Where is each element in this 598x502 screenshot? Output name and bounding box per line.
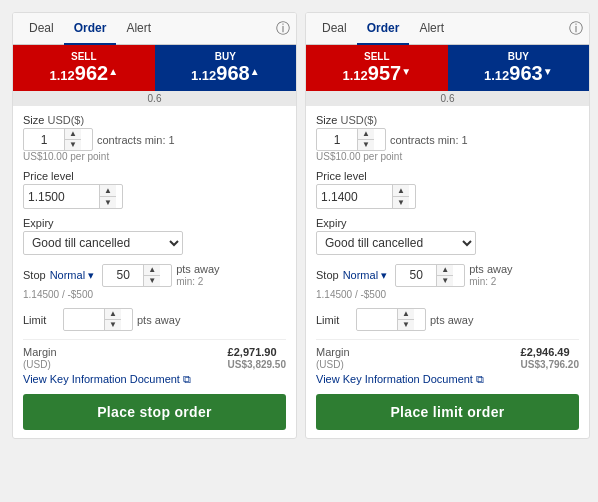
price-level-inline: ▲ ▼ [316, 184, 579, 209]
price-level-input[interactable] [317, 187, 392, 207]
spread-bar: 0.6 [13, 91, 296, 106]
panel-left: DealOrderAlertⓘSELL 1.12962▲BUY 1.12968▲… [12, 12, 297, 439]
external-link-icon: ⧉ [183, 373, 191, 386]
price-level-increment[interactable]: ▲ [393, 185, 409, 197]
doc-link[interactable]: View Key Information Document ⧉ [23, 373, 191, 386]
limit-input[interactable] [64, 310, 104, 330]
size-inline: ▲ ▼ contracts min: 1 [23, 128, 286, 151]
stop-increment[interactable]: ▲ [437, 265, 453, 276]
stop-row: Stop Normal ▾ ▲ ▼ pts awaymin: 2 1.14500… [23, 263, 286, 300]
price-level-input-wrap[interactable]: ▲ ▼ [316, 184, 416, 209]
margin-main-row: Margin(USD) £2,971.90US$3,829.50 [23, 346, 286, 370]
sell-price: 1.12957▼ [316, 62, 438, 85]
limit-decrement[interactable]: ▼ [105, 320, 121, 330]
limit-label: Limit [316, 314, 348, 326]
tab-deal[interactable]: Deal [312, 13, 357, 45]
place-order-button[interactable]: Place stop order [23, 394, 286, 430]
limit-increment[interactable]: ▲ [105, 309, 121, 320]
panel-right: DealOrderAlertⓘSELL 1.12957▼BUY 1.12963▼… [305, 12, 590, 439]
limit-suffix: pts away [430, 314, 473, 326]
expiry-label: Expiry [23, 217, 286, 229]
form-body: Size USD($) ▲ ▼ contracts min: 1 US$10.0… [13, 106, 296, 438]
limit-stepper[interactable]: ▲ ▼ [63, 308, 133, 331]
price-level-row: Price level ▲ ▼ [23, 170, 286, 209]
sell-label: SELL [23, 51, 145, 62]
divider [316, 339, 579, 340]
sell-box[interactable]: SELL 1.12957▼ [306, 45, 448, 91]
info-icon[interactable]: ⓘ [569, 20, 583, 38]
size-decrement[interactable]: ▼ [65, 140, 81, 150]
price-level-decrement[interactable]: ▼ [393, 197, 409, 208]
price-level-label: Price level [23, 170, 286, 182]
size-suffix: contracts min: 1 [97, 134, 175, 146]
price-bar: SELL 1.12957▼BUY 1.12963▼ [306, 45, 589, 91]
expiry-select[interactable]: Good till cancelled [316, 231, 476, 255]
tab-alert[interactable]: Alert [409, 13, 454, 45]
stop-subtext: 1.14500 / -$500 [316, 289, 579, 300]
size-input[interactable] [24, 130, 64, 150]
info-icon[interactable]: ⓘ [276, 20, 290, 38]
sell-price: 1.12962▲ [23, 62, 145, 85]
size-row: Size USD($) ▲ ▼ contracts min: 1 US$10.0… [316, 114, 579, 162]
limit-row: Limit ▲ ▼ pts away [23, 308, 286, 331]
external-link-icon: ⧉ [476, 373, 484, 386]
stop-decrement[interactable]: ▼ [437, 276, 453, 286]
size-label: Size USD($) [316, 114, 579, 126]
stop-top: Stop Normal ▾ ▲ ▼ pts awaymin: 2 [316, 263, 579, 287]
stop-stepper-buttons: ▲ ▼ [436, 265, 453, 286]
size-increment[interactable]: ▲ [358, 129, 374, 140]
price-level-input-wrap[interactable]: ▲ ▼ [23, 184, 123, 209]
price-level-increment[interactable]: ▲ [100, 185, 116, 197]
margin-value: £2,971.90US$3,829.50 [228, 346, 286, 370]
size-row: Size USD($) ▲ ▼ contracts min: 1 US$10.0… [23, 114, 286, 162]
buy-box[interactable]: BUY 1.12968▲ [155, 45, 297, 91]
size-increment[interactable]: ▲ [65, 129, 81, 140]
tab-alert[interactable]: Alert [116, 13, 161, 45]
tab-deal[interactable]: Deal [19, 13, 64, 45]
buy-price: 1.12963▼ [458, 62, 580, 85]
expiry-select[interactable]: Good till cancelled [23, 231, 183, 255]
size-label: Size USD($) [23, 114, 286, 126]
stop-stepper[interactable]: ▲ ▼ [395, 264, 465, 287]
stop-label: Stop [23, 269, 46, 281]
limit-suffix: pts away [137, 314, 180, 326]
limit-inline: Limit ▲ ▼ pts away [316, 308, 579, 331]
price-level-inline: ▲ ▼ [23, 184, 286, 209]
limit-input[interactable] [357, 310, 397, 330]
size-stepper[interactable]: ▲ ▼ [316, 128, 386, 151]
stop-label: Stop [316, 269, 339, 281]
stop-decrement[interactable]: ▼ [144, 276, 160, 286]
tab-order[interactable]: Order [64, 13, 117, 45]
size-stepper-buttons: ▲ ▼ [64, 129, 81, 150]
limit-increment[interactable]: ▲ [398, 309, 414, 320]
size-input[interactable] [317, 130, 357, 150]
size-stepper[interactable]: ▲ ▼ [23, 128, 93, 151]
place-order-button[interactable]: Place limit order [316, 394, 579, 430]
price-level-btns: ▲ ▼ [392, 185, 409, 208]
tab-order[interactable]: Order [357, 13, 410, 45]
stop-top: Stop Normal ▾ ▲ ▼ pts awaymin: 2 [23, 263, 286, 287]
stop-input[interactable] [103, 265, 143, 285]
tab-bar: DealOrderAlertⓘ [306, 13, 589, 45]
price-level-label: Price level [316, 170, 579, 182]
stop-increment[interactable]: ▲ [144, 265, 160, 276]
doc-link[interactable]: View Key Information Document ⧉ [316, 373, 484, 386]
limit-stepper[interactable]: ▲ ▼ [356, 308, 426, 331]
margin-row: Margin(USD) £2,971.90US$3,829.50 [23, 346, 286, 370]
price-level-decrement[interactable]: ▼ [100, 197, 116, 208]
size-decrement[interactable]: ▼ [358, 140, 374, 150]
tab-bar: DealOrderAlertⓘ [13, 13, 296, 45]
stop-type-selector[interactable]: Normal ▾ [343, 269, 388, 282]
stop-stepper[interactable]: ▲ ▼ [102, 264, 172, 287]
price-level-input[interactable] [24, 187, 99, 207]
sell-box[interactable]: SELL 1.12962▲ [13, 45, 155, 91]
stop-stepper-buttons: ▲ ▼ [143, 265, 160, 286]
stop-type-selector[interactable]: Normal ▾ [50, 269, 95, 282]
limit-decrement[interactable]: ▼ [398, 320, 414, 330]
stop-input[interactable] [396, 265, 436, 285]
limit-inline: Limit ▲ ▼ pts away [23, 308, 286, 331]
buy-box[interactable]: BUY 1.12963▼ [448, 45, 590, 91]
limit-label: Limit [23, 314, 55, 326]
expiry-label: Expiry [316, 217, 579, 229]
expiry-row: Expiry Good till cancelled [316, 217, 579, 255]
